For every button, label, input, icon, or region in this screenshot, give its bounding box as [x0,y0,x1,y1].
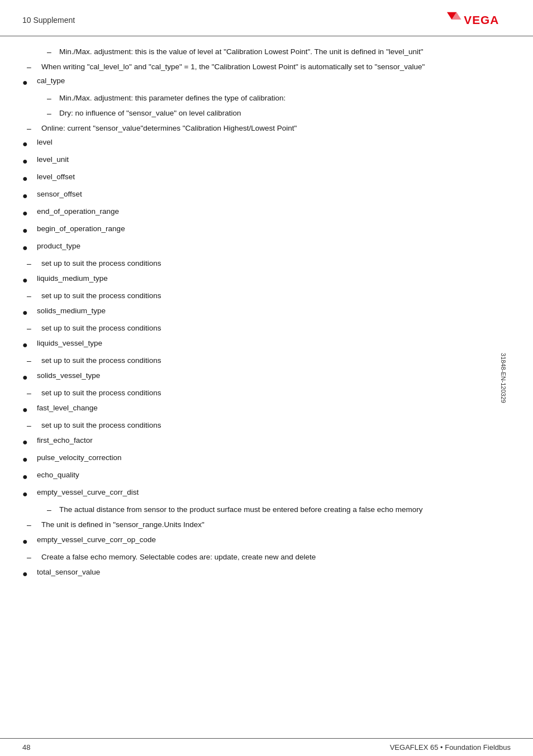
dash-icon: – [22,355,38,367]
item-text: When writing "cal_level_lo" and "cal_typ… [41,61,511,73]
list-item: ● sensor_offset [22,189,511,203]
item-text: empty_vessel_curve_corr_dist [37,487,511,498]
list-item: – Create a false echo memory. Selectable… [22,552,511,563]
bullet-icon: ● [22,207,34,220]
item-text: level [37,137,511,148]
bullet-icon: ● [22,224,34,237]
item-text: liquids_vessel_type [37,338,511,349]
item-text: Min./Max. adjustment: this parameter def… [59,93,511,104]
bullet-icon: ● [22,274,34,287]
list-item: ● end_of_operation_range [22,206,511,220]
item-text: begin_of_operation_range [37,223,511,235]
list-item: – set up to suit the process conditions [22,420,511,432]
item-text: The unit is defined in "sensor_range.Uni… [41,519,511,530]
list-item: ● product_type [22,241,511,255]
item-text: set up to suit the process conditions [41,420,511,431]
list-item: ● fast_level_change [22,403,511,417]
dash-icon: – [34,108,56,119]
dash-icon: – [22,552,38,563]
item-text: Min./Max. adjustment: this is the value … [59,46,511,58]
dash-icon: – [22,519,38,531]
bullet-icon: ● [22,371,34,384]
dash-icon: – [34,504,56,516]
item-text: empty_vessel_curve_corr_op_code [37,534,511,546]
item-text: level_unit [37,154,511,165]
item-text: set up to suit the process conditions [41,355,511,366]
item-text: set up to suit the process conditions [41,323,511,334]
list-item: ● cal_type [22,75,511,89]
bullet-icon: ● [22,155,34,168]
list-item: ● level [22,137,511,151]
bullet-icon: ● [22,487,34,501]
list-item: ● begin_of_operation_range [22,223,511,237]
list-item: – set up to suit the process conditions [22,290,511,302]
item-text: solids_medium_type [37,305,511,317]
item-text: pulse_velocity_correction [37,452,511,463]
dash-icon: – [22,387,38,399]
bullet-icon: ● [22,189,34,203]
bullet-icon: ● [22,403,34,417]
dash-icon: – [22,123,38,135]
list-item: – When writing "cal_level_lo" and "cal_t… [22,61,511,73]
dash-icon: – [22,420,38,432]
list-item: – Dry: no influence of "sensor_value" on… [22,108,511,119]
list-item: – Min./Max. adjustment: this parameter d… [22,93,511,104]
bullet-icon: ● [22,338,34,352]
item-text: first_echo_factor [37,435,511,446]
item-text: Create a false echo memory. Selectable c… [41,552,511,563]
page-header: 10 Supplement VEGA [0,0,533,36]
list-item: ● empty_vessel_curve_corr_op_code [22,534,511,548]
list-item: ● solids_medium_type [22,305,511,319]
dash-icon: – [22,323,38,334]
dash-icon: – [22,61,38,73]
bullet-icon: ● [22,137,34,151]
list-item: ● echo_quality [22,470,511,484]
item-text: liquids_medium_type [37,273,511,284]
bullet-icon: ● [22,567,34,581]
list-item: – The actual distance from sensor to the… [22,504,511,516]
dash-icon: – [34,93,56,104]
list-item: – set up to suit the process conditions [22,387,511,399]
list-item: ● total_sensor_value [22,567,511,581]
dash-icon: – [22,290,38,302]
product-name: VEGAFLEX 65 • Foundation Fieldbus [390,743,511,752]
item-text: total_sensor_value [37,567,511,578]
bullet-icon: ● [22,76,34,89]
item-text: fast_level_change [37,403,511,414]
list-item: – set up to suit the process conditions [22,355,511,367]
list-item: ● empty_vessel_curve_corr_dist [22,487,511,501]
vega-logo-svg: VEGA [447,10,511,30]
list-item: – set up to suit the process conditions [22,258,511,270]
bullet-icon: ● [22,172,34,185]
logo: VEGA [447,10,511,30]
main-content: – Min./Max. adjustment: this is the valu… [0,46,533,629]
bullet-icon: ● [22,306,34,319]
bullet-icon: ● [22,535,34,548]
item-text: Online: current "sensor_value"determines… [41,123,511,134]
list-item: ● solids_vessel_type [22,370,511,384]
page-footer: 48 VEGAFLEX 65 • Foundation Fieldbus [0,738,533,756]
item-text: end_of_operation_range [37,206,511,217]
list-item: ● pulse_velocity_correction [22,452,511,466]
dash-icon: – [34,46,56,58]
dash-icon: – [22,258,38,270]
item-text: The actual distance from sensor to the p… [59,504,511,515]
item-text: set up to suit the process conditions [41,387,511,399]
list-item: ● liquids_medium_type [22,273,511,287]
page: 10 Supplement VEGA – Min./Max. adjustmen… [0,0,533,756]
page-number: 48 [22,743,30,752]
list-item: – Min./Max. adjustment: this is the valu… [22,46,511,58]
item-text: set up to suit the process conditions [41,258,511,269]
bullet-icon: ● [22,470,34,484]
document-number: 31848-EN-120329 [500,353,507,403]
item-text: product_type [37,241,511,252]
item-text: cal_type [37,75,511,87]
item-text: sensor_offset [37,189,511,200]
list-item: – The unit is defined in "sensor_range.U… [22,519,511,531]
list-item: – set up to suit the process conditions [22,323,511,334]
bullet-icon: ● [22,241,34,255]
list-item: ● first_echo_factor [22,435,511,449]
svg-text:VEGA: VEGA [464,13,499,26]
item-text: solids_vessel_type [37,370,511,381]
section-title: 10 Supplement [22,16,75,25]
